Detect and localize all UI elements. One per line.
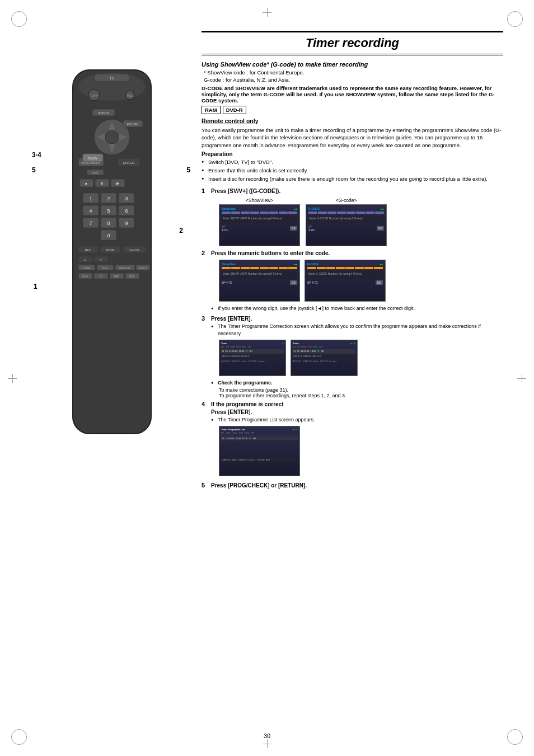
svg-text:TV: TV: [99, 275, 102, 278]
step-5-row: 5 Press [PROG/CHECK] or [RETURN].: [202, 482, 503, 490]
svg-text:4: 4: [89, 208, 92, 214]
svg-text:▼: ▼: [100, 259, 102, 261]
svg-point-9: [105, 130, 119, 144]
step-3-corrections: To make corrections (page 31).: [211, 387, 503, 393]
step-4-number: 4: [202, 401, 209, 407]
step-4-title: If the programme is correctPress [ENTER]…: [211, 401, 315, 416]
svg-text:9: 9: [125, 220, 128, 226]
step-1-thumb-gcode: G-CODE ●● Enter G-CODE Number (by using …: [306, 204, 387, 246]
bold-note: G-CODE and SHOWVIEW are different tradem…: [202, 85, 503, 104]
step-3-check: Check the programme.: [211, 379, 503, 387]
crosshair-left: [8, 374, 17, 383]
svg-text:SKIP: SKIP: [92, 171, 99, 175]
svg-text:RANDOM: RANDOM: [119, 267, 130, 270]
step-1-thumb-showview: ShowView ●● Enter SHOW VIEW Number (by u…: [219, 204, 300, 246]
remote-label-3-4: 3·4: [32, 151, 41, 159]
svg-text:DISPLAY: DISPLAY: [98, 111, 110, 115]
step-5-number: 5: [202, 482, 209, 489]
svg-text:DVD: DVD: [82, 275, 88, 278]
step-3-number: 3: [202, 315, 209, 322]
corner-decoration-tl: [11, 11, 27, 27]
remote-label-2: 2: [179, 227, 183, 234]
step-1-number: 1: [202, 187, 209, 194]
svg-text:HI-FI: HI-FI: [102, 267, 108, 270]
svg-text:TMP: TMP: [114, 275, 119, 278]
remote-control-heading: Remote control only: [202, 118, 503, 124]
step-1-screenshots: <ShowView> ShowView ●●: [219, 198, 387, 246]
step-4-row: 4 If the programme is correctPress [ENTE…: [202, 401, 503, 480]
corner-decoration-tr: [507, 11, 523, 27]
step-1-label-showview: <ShowView>: [246, 198, 273, 203]
step-3-repeat: To programme other recordings, repeat st…: [211, 393, 503, 398]
right-content: Timer recording Using ShowView code* (G-…: [202, 31, 503, 725]
corner-decoration-br: [507, 729, 523, 745]
remote-control-svg: TV TV/AV VOL DISPLAY RETURN PROG/C: [45, 64, 179, 445]
step-3-title: Press [ENTER].: [211, 315, 503, 323]
prep-item-2: Ensure that this units clock is set corr…: [202, 167, 503, 174]
prep-item-1: Switch [DVD, TV] to "DVD".: [202, 158, 503, 166]
step-3-note: The Timer Programme Correction screen wh…: [211, 323, 503, 337]
step-2-note: If you enter the wrong digit, use the jo…: [211, 305, 415, 312]
step-1-title: Press [SV/V+] ([G-CODE]).: [211, 187, 387, 195]
crosshair-right: [517, 374, 526, 383]
step-1-row: 1 Press [SV/V+] ([G-CODE]). <ShowView> S…: [202, 187, 503, 247]
crosshair-bottom: [263, 739, 271, 748]
step-5-title: Press [PROG/CHECK] or [RETURN].: [211, 482, 307, 490]
svg-text:⏸: ⏸: [100, 181, 104, 185]
footnote-1: * ShowView code : for Continental Europe…: [204, 69, 503, 76]
step-2-screenshots: ShowView ●●: [219, 260, 415, 302]
svg-text:VOL: VOL: [127, 94, 133, 97]
step-2-row: 2 Press the numeric buttons to enter the…: [202, 250, 503, 313]
svg-text:REC: REC: [129, 275, 135, 278]
svg-text:2: 2: [107, 196, 110, 201]
step-3-row: 3 Press [ENTER]. The Timer Programme Cor…: [202, 315, 503, 398]
svg-text:TV/AV: TV/AV: [90, 94, 99, 97]
svg-text:ENTER: ENTER: [123, 161, 135, 165]
step-3-screenshots: Timer ● No. CH Start Freq REC VR: [219, 340, 503, 376]
svg-text:CANCEL: CANCEL: [129, 248, 140, 252]
badge-dvdr: DVD-R: [223, 106, 246, 114]
crosshair-top: [263, 8, 271, 17]
step-2-thumb-2: G-CODE ●●: [305, 260, 386, 302]
prep-item-3: Insert a disc for recording (make sure t…: [202, 175, 503, 182]
svg-text:TV: TV: [110, 76, 115, 80]
step-3-thumb-1: Timer ● No. CH Start Freq REC VR: [219, 340, 286, 376]
prep-heading: Preparation: [202, 151, 503, 157]
remote-label-5-left: 5: [32, 166, 36, 174]
svg-text:TV REC: TV REC: [82, 267, 92, 270]
svg-text:▲: ▲: [84, 259, 86, 261]
section-heading: Using ShowView code* (G-code) to make ti…: [202, 61, 503, 68]
step-4-screenshots: Timer Programme List ● 1/1 No. Date Star…: [219, 426, 315, 476]
remote-control-body: You can easily programme the unit to mak…: [202, 126, 503, 149]
step-4-note: The Timer Programme List screen appears.: [211, 416, 315, 424]
svg-text:0: 0: [107, 233, 110, 238]
page-title: Timer recording: [202, 31, 503, 55]
remote-label-1: 1: [34, 283, 38, 290]
svg-text:6: 6: [125, 208, 128, 214]
svg-text:5: 5: [107, 208, 110, 214]
step-2-number: 2: [202, 250, 209, 256]
svg-text:REC: REC: [85, 248, 91, 252]
step-3-thumb-2: Timer ● 1/1 No. CH Start Freq REC VR: [291, 340, 358, 376]
svg-text:3: 3: [125, 196, 128, 201]
remote-label-5-right: 5: [186, 166, 190, 174]
step-2-title: Press the numeric buttons to enter the c…: [211, 250, 415, 257]
svg-text:RETURN: RETURN: [127, 123, 139, 126]
step-4-thumb: Timer Programme List ● 1/1 No. Date Star…: [219, 426, 300, 476]
badge-row: RAM DVD-R: [202, 106, 503, 114]
remote-control-area: 3·4 5 5 2 1 TV TV/AV VOL: [31, 64, 193, 692]
svg-text:7: 7: [89, 220, 92, 226]
svg-text:8: 8: [107, 220, 110, 226]
svg-text:MODE: MODE: [106, 248, 115, 252]
step-2-thumb-1: ShowView ●●: [219, 260, 300, 302]
svg-text:1: 1: [89, 196, 92, 201]
svg-text:■: ■: [85, 182, 87, 185]
step-1-label-gcode: <G-code>: [336, 198, 357, 203]
page-number: 30: [264, 732, 270, 739]
footnote-2: G-code : for Australia, N.Z. and Asia.: [204, 77, 503, 83]
svg-text:AUDIO: AUDIO: [139, 267, 147, 270]
badge-ram: RAM: [202, 106, 221, 114]
svg-text:SV/V+: SV/V+: [88, 157, 98, 160]
corner-decoration-bl: [11, 729, 27, 745]
